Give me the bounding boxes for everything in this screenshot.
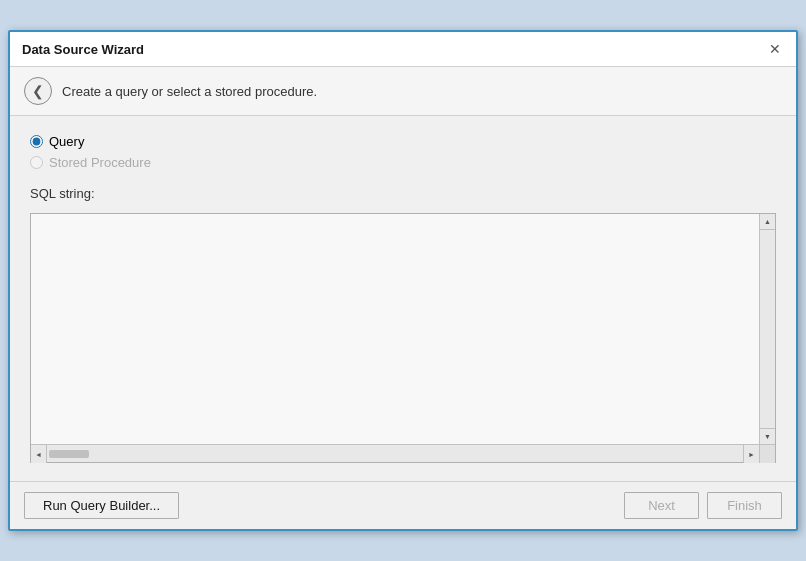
scrollbar-corner [759, 445, 775, 463]
title-bar: Data Source Wizard ✕ [10, 32, 796, 67]
horizontal-scrollbar: ◄ ► [31, 444, 775, 462]
header-bar: ❮ Create a query or select a stored proc… [10, 67, 796, 116]
scroll-down-button[interactable]: ▼ [760, 428, 776, 444]
query-radio[interactable] [30, 135, 43, 148]
content-area: Query Stored Procedure SQL string: ▲ [10, 116, 796, 481]
next-button[interactable]: Next [624, 492, 699, 519]
back-icon: ❮ [32, 83, 44, 99]
stored-procedure-radio-label: Stored Procedure [49, 155, 151, 170]
close-button[interactable]: ✕ [766, 40, 784, 58]
scroll-up-button[interactable]: ▲ [760, 214, 776, 230]
query-radio-item: Query [30, 134, 776, 149]
dialog-title: Data Source Wizard [22, 42, 144, 57]
data-source-wizard-dialog: Data Source Wizard ✕ ❮ Create a query or… [8, 30, 798, 531]
sql-textarea-container: ▲ ▼ ◄ ► [30, 213, 776, 463]
footer-left: Run Query Builder... [24, 492, 179, 519]
run-query-builder-button[interactable]: Run Query Builder... [24, 492, 179, 519]
stored-procedure-radio-item: Stored Procedure [30, 155, 776, 170]
sql-textarea[interactable] [31, 214, 759, 444]
finish-button[interactable]: Finish [707, 492, 782, 519]
scroll-left-icon: ◄ [35, 451, 42, 458]
footer: Run Query Builder... Next Finish [10, 481, 796, 529]
sql-string-label: SQL string: [30, 186, 776, 201]
scroll-right-icon: ► [748, 451, 755, 458]
scroll-down-icon: ▼ [764, 433, 771, 440]
instruction-text: Create a query or select a stored proced… [62, 84, 317, 99]
h-scroll-track [47, 445, 743, 462]
footer-right: Next Finish [624, 492, 782, 519]
radio-group: Query Stored Procedure [30, 134, 776, 170]
scroll-up-icon: ▲ [764, 218, 771, 225]
query-radio-label: Query [49, 134, 84, 149]
h-scroll-thumb [49, 450, 89, 458]
back-button[interactable]: ❮ [24, 77, 52, 105]
scroll-left-button[interactable]: ◄ [31, 445, 47, 463]
scroll-right-button[interactable]: ► [743, 445, 759, 463]
vertical-scrollbar: ▲ ▼ [759, 214, 775, 444]
stored-procedure-radio[interactable] [30, 156, 43, 169]
